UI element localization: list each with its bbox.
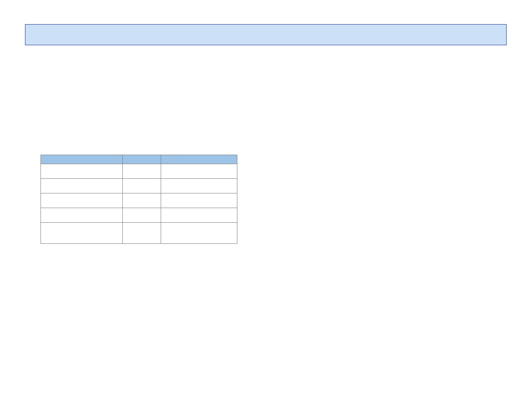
table-row <box>41 164 237 179</box>
table-cell <box>123 179 161 193</box>
table-cell <box>123 208 161 223</box>
table-cell <box>123 223 161 244</box>
table-row <box>41 208 237 223</box>
table-row <box>41 223 237 244</box>
table-row <box>41 193 237 208</box>
table-cell <box>123 164 161 179</box>
table-header-cell <box>123 155 161 164</box>
table-header-cell <box>41 155 123 164</box>
table-cell <box>161 193 237 208</box>
table-cell <box>123 193 161 208</box>
table-row <box>41 179 237 193</box>
data-table <box>40 155 237 244</box>
table-cell <box>161 223 237 244</box>
table-header-row <box>41 155 237 164</box>
table-cell <box>161 179 237 193</box>
table-cell <box>161 164 237 179</box>
table-cell <box>161 208 237 223</box>
table-cell <box>41 164 123 179</box>
table-cell <box>41 223 123 244</box>
table-cell <box>41 208 123 223</box>
table-header-cell <box>161 155 237 164</box>
header-box <box>25 24 507 45</box>
table-cell <box>41 193 123 208</box>
table-cell <box>41 179 123 193</box>
